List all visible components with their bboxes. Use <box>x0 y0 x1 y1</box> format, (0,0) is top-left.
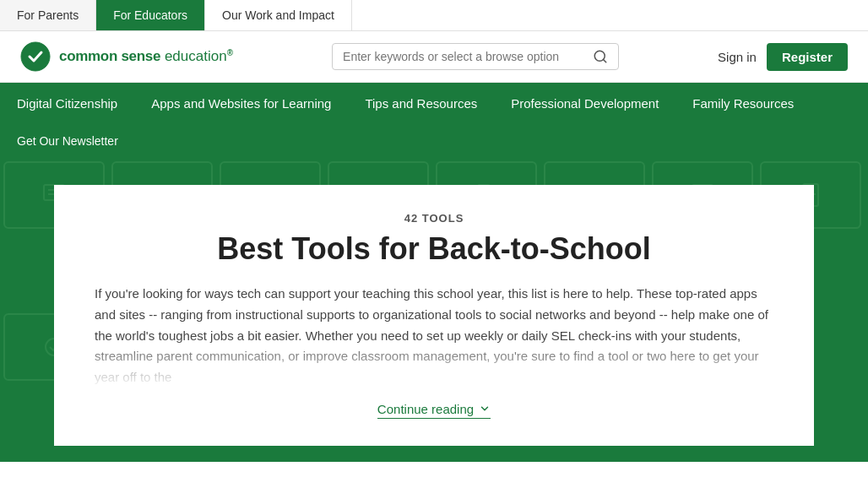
hero-area: 42 TOOLS Best Tools for Back-to-School I… <box>0 158 868 462</box>
nav-newsletter[interactable]: Get Our Newsletter <box>0 124 135 158</box>
hero-content-card: 42 TOOLS Best Tools for Back-to-School I… <box>54 185 814 446</box>
svg-line-2 <box>604 59 606 62</box>
card-body-wrapper: If you're looking for ways tech can supp… <box>95 284 773 388</box>
search-input[interactable] <box>343 50 593 63</box>
site-header: common sense education® Sign in Register <box>0 31 868 83</box>
chevron-down-icon <box>479 403 491 415</box>
tools-count-label: 42 TOOLS <box>95 212 773 225</box>
top-nav-our-work[interactable]: Our Work and Impact <box>205 0 352 30</box>
search-icon <box>593 49 608 64</box>
top-nav-for-parents[interactable]: For Parents <box>0 0 96 30</box>
continue-reading-button[interactable]: Continue reading <box>377 402 491 419</box>
search-button[interactable] <box>593 49 608 64</box>
search-bar[interactable] <box>332 43 619 70</box>
main-nav: Digital Citizenship Apps and Websites fo… <box>0 83 868 158</box>
nav-digital-citizenship[interactable]: Digital Citizenship <box>0 83 134 124</box>
top-nav: For Parents For Educators Our Work and I… <box>0 0 868 31</box>
register-button[interactable]: Register <box>767 43 848 71</box>
logo-icon <box>20 41 51 72</box>
nav-tips-resources[interactable]: Tips and Resources <box>348 83 494 124</box>
top-nav-for-educators[interactable]: For Educators <box>96 0 205 30</box>
card-title: Best Tools for Back-to-School <box>95 231 773 267</box>
nav-family-resources[interactable]: Family Resources <box>675 83 811 124</box>
nav-professional-development[interactable]: Professional Development <box>494 83 675 124</box>
continue-reading-label: Continue reading <box>377 402 474 416</box>
logo-text: common sense education® <box>59 48 233 65</box>
logo[interactable]: common sense education® <box>20 41 233 72</box>
auth-area: Sign in Register <box>718 43 848 71</box>
sign-in-button[interactable]: Sign in <box>718 50 757 64</box>
card-body-text: If you're looking for ways tech can supp… <box>95 284 773 388</box>
svg-point-0 <box>21 42 50 71</box>
nav-apps-websites[interactable]: Apps and Websites for Learning <box>134 83 348 124</box>
